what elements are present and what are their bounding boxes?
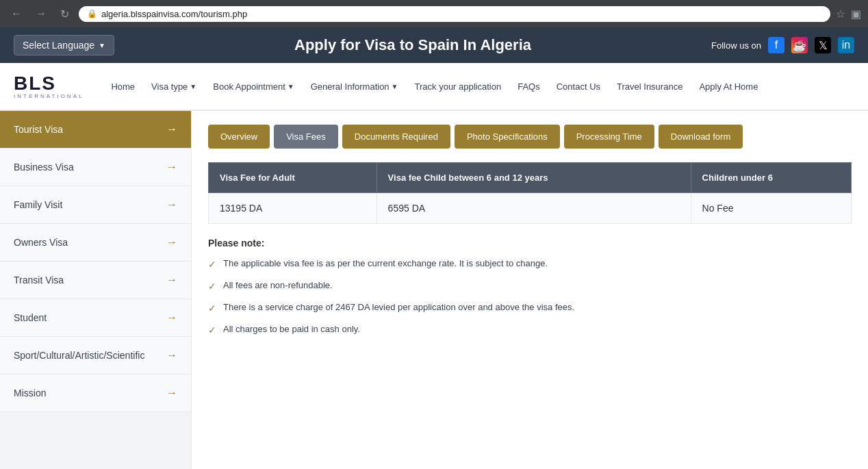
note-text: All fees are non-refundable.: [223, 279, 333, 292]
nav-bar: BLS INTERNATIONAL Home Visa type▼ Book A…: [0, 63, 868, 111]
sidebar-item-label: Owners Visa: [14, 237, 68, 248]
check-icon: ✓: [208, 301, 216, 316]
twitter-icon[interactable]: 𝕏: [815, 37, 831, 53]
tab-documents-required[interactable]: Documents Required: [342, 125, 450, 149]
sidebar-item-label: Tourist Visa: [14, 124, 63, 135]
forward-button[interactable]: →: [31, 6, 51, 21]
check-icon: ✓: [208, 279, 216, 294]
sidebar-item-label: Mission: [14, 388, 46, 398]
back-button[interactable]: ←: [7, 6, 26, 21]
list-item: ✓ The applicable visa fee is as per the …: [208, 257, 852, 272]
logo[interactable]: BLS INTERNATIONAL: [14, 74, 84, 99]
note-text: The applicable visa fee is as per the cu…: [223, 257, 548, 270]
arrow-icon: →: [166, 161, 177, 173]
browser-actions: ☆ ▣: [836, 8, 861, 21]
nav-book-appointment[interactable]: Book Appointment▼: [206, 76, 301, 97]
nav-track[interactable]: Track your application: [408, 76, 509, 97]
sidebar-item-family-visit[interactable]: Family Visit →: [0, 186, 191, 224]
main-nav: Home Visa type▼ Book Appointment▼ Genera…: [104, 76, 854, 97]
sidebar-item-label: Sport/Cultural/Artistic/Scientific: [14, 350, 144, 361]
social-links: Follow us on f ☕ 𝕏 in: [711, 37, 854, 53]
bookmark-button[interactable]: ☆: [836, 8, 845, 21]
arrow-icon: →: [166, 312, 177, 324]
fee-under6: No Fee: [691, 193, 851, 224]
list-item: ✓ All fees are non-refundable.: [208, 279, 852, 294]
sidebar: Tourist Visa → Business Visa → Family Vi…: [0, 111, 192, 469]
facebook-icon[interactable]: f: [768, 37, 784, 53]
main-layout: Tourist Visa → Business Visa → Family Vi…: [0, 111, 868, 469]
content-area: Overview Visa Fees Documents Required Ph…: [192, 111, 868, 469]
nav-faqs[interactable]: FAQs: [511, 76, 547, 97]
reload-button[interactable]: ↻: [56, 6, 73, 22]
follow-us-text: Follow us on: [711, 40, 761, 51]
extensions-button[interactable]: ▣: [851, 8, 861, 21]
sidebar-item-student[interactable]: Student →: [0, 299, 191, 337]
table-header-child: Visa fee Child between 6 and 12 years: [376, 163, 691, 193]
nav-contact[interactable]: Contact Us: [550, 76, 607, 97]
url-text: algeria.blsspainvisa.com/tourism.php: [101, 9, 247, 19]
arrow-icon: →: [166, 123, 177, 136]
logo-text: BLS: [14, 74, 84, 93]
note-text: There is a service charge of 2467 DA lev…: [223, 301, 574, 314]
arrow-icon: →: [166, 199, 177, 211]
browser-chrome: ← → ↻ 🔒 algeria.blsspainvisa.com/tourism…: [0, 0, 868, 27]
address-bar[interactable]: 🔒 algeria.blsspainvisa.com/tourism.php: [79, 6, 830, 22]
check-icon: ✓: [208, 323, 216, 338]
sidebar-item-transit-visa[interactable]: Transit Visa →: [0, 262, 191, 299]
sidebar-item-mission[interactable]: Mission →: [0, 375, 191, 412]
note-text: All charges to be paid in cash only.: [223, 322, 360, 336]
chevron-down-icon: ▼: [288, 83, 294, 90]
sidebar-item-label: Business Visa: [14, 162, 74, 173]
nav-visa-type[interactable]: Visa type▼: [144, 76, 203, 97]
fee-adult: 13195 DA: [209, 193, 377, 224]
site-title: Apply for Visa to Spain In Algeria: [114, 36, 711, 54]
tab-download-form[interactable]: Download form: [659, 125, 743, 149]
tab-visa-fees[interactable]: Visa Fees: [274, 125, 338, 149]
arrow-icon: →: [166, 387, 177, 399]
chevron-down-icon: ▼: [392, 83, 398, 90]
list-item: ✓ There is a service charge of 2467 DA l…: [208, 301, 852, 316]
arrow-icon: →: [166, 349, 177, 362]
instagram-icon[interactable]: ☕: [791, 37, 808, 53]
nav-apply-home[interactable]: Apply At Home: [692, 76, 765, 97]
sidebar-item-owners-visa[interactable]: Owners Visa →: [0, 224, 191, 262]
tab-bar: Overview Visa Fees Documents Required Ph…: [208, 125, 852, 149]
sidebar-item-business-visa[interactable]: Business Visa →: [0, 149, 191, 186]
lock-icon: 🔒: [87, 9, 97, 18]
arrow-icon: →: [166, 274, 177, 286]
nav-travel-insurance[interactable]: Travel Insurance: [610, 76, 689, 97]
linkedin-icon[interactable]: in: [838, 37, 854, 53]
fee-table: Visa Fee for Adult Visa fee Child betwee…: [208, 162, 852, 224]
language-label: Select Language: [23, 40, 94, 51]
table-row: 13195 DA 6595 DA No Fee: [209, 193, 852, 224]
sidebar-item-label: Student: [14, 312, 47, 323]
table-header-under6: Children under 6: [691, 163, 851, 193]
nav-general-info[interactable]: General Information▼: [304, 76, 405, 97]
nav-home[interactable]: Home: [104, 76, 142, 97]
sidebar-item-label: Transit Visa: [14, 275, 64, 286]
logo-sub: INTERNATIONAL: [14, 93, 84, 99]
sidebar-item-label: Family Visit: [14, 199, 62, 210]
chevron-down-icon: ▼: [190, 83, 196, 90]
tab-processing-time[interactable]: Processing Time: [564, 125, 654, 149]
note-list: ✓ The applicable visa fee is as per the …: [208, 257, 852, 338]
tab-overview[interactable]: Overview: [208, 125, 270, 149]
notes-title: Please note:: [208, 238, 852, 249]
table-header-adult: Visa Fee for Adult: [209, 163, 377, 193]
language-selector[interactable]: Select Language: [14, 35, 114, 55]
fee-child: 6595 DA: [376, 193, 691, 224]
sidebar-item-tourist-visa[interactable]: Tourist Visa →: [0, 111, 191, 149]
check-icon: ✓: [208, 257, 216, 272]
table-header-row: Visa Fee for Adult Visa fee Child betwee…: [209, 163, 852, 193]
sidebar-item-sport-cultural[interactable]: Sport/Cultural/Artistic/Scientific →: [0, 337, 191, 375]
top-bar: Select Language Apply for Visa to Spain …: [0, 27, 868, 63]
arrow-icon: →: [166, 236, 177, 249]
tab-photo-specifications[interactable]: Photo Specifications: [455, 125, 560, 149]
list-item: ✓ All charges to be paid in cash only.: [208, 322, 852, 338]
